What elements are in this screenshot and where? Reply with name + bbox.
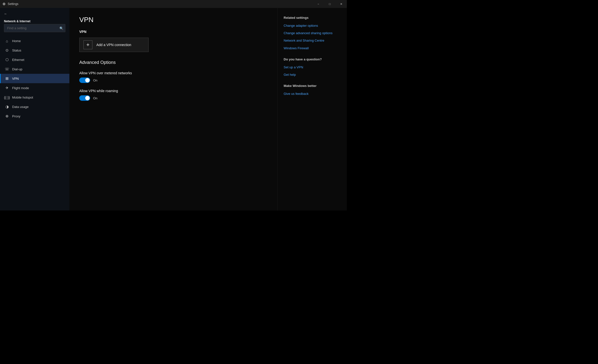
question-links-list: Set up a VPNGet help	[284, 65, 341, 77]
search-input[interactable]	[4, 24, 65, 32]
add-vpn-label: Add a VPN connection	[96, 43, 131, 47]
make-better-section: Make Windows better Give us feedback	[284, 84, 341, 96]
link-network-sharing[interactable]: Network and Sharing Centre	[284, 38, 341, 43]
sidebar-label-mobilehotspot: Mobile hotspot	[12, 96, 33, 99]
toggle-metered-container: On	[79, 78, 268, 83]
sidebar-item-flightmode[interactable]: ✈ Flight mode	[0, 83, 69, 93]
flightmode-icon: ✈	[5, 86, 9, 90]
dialup-icon: ☏	[5, 67, 9, 71]
link-change-adapter[interactable]: Change adapter options	[284, 24, 341, 28]
titlebar: ⚙ Settings − □ ✕	[0, 0, 347, 8]
sidebar-label-datausage: Data usage	[12, 105, 29, 109]
toggle-roaming-label: Allow VPN while roaming	[79, 89, 268, 93]
toggle-roaming[interactable]	[79, 95, 90, 101]
right-panel: Related settings Change adapter optionsC…	[277, 8, 347, 210]
vpn-section-title: VPN	[79, 30, 268, 34]
home-icon: ⌂	[5, 39, 9, 43]
main-content: VPN VPN + Add a VPN connection Advanced …	[69, 8, 277, 210]
search-box-container: 🔍	[4, 24, 65, 32]
toggle-metered-row: Allow VPN over metered networks On	[79, 71, 268, 83]
back-button[interactable]: ←	[0, 10, 69, 18]
toggle-roaming-container: On	[79, 95, 268, 101]
toggle-metered-label: Allow VPN over metered networks	[79, 71, 268, 75]
plus-icon: +	[83, 40, 92, 49]
link-get-help[interactable]: Get help	[284, 73, 341, 77]
add-vpn-button[interactable]: + Add a VPN connection	[79, 38, 149, 52]
sidebar-item-mobilehotspot[interactable]: ((·)) Mobile hotspot	[0, 93, 69, 102]
mobilehotspot-icon: ((·))	[5, 95, 9, 100]
titlebar-left: ⚙ Settings	[2, 2, 18, 6]
back-icon: ←	[4, 12, 7, 16]
link-give-feedback[interactable]: Give us feedback	[284, 92, 341, 96]
sidebar-label-vpn: VPN	[12, 77, 19, 80]
titlebar-title: Settings	[8, 2, 18, 6]
question-section: Do you have a question? Set up a VPNGet …	[284, 57, 341, 77]
close-button[interactable]: ✕	[335, 0, 347, 8]
sidebar-item-dialup[interactable]: ☏ Dial-up	[0, 64, 69, 74]
sidebar-item-vpn[interactable]: ⊞ VPN	[0, 74, 69, 83]
app-layout: ← Network & Internet 🔍 ⌂ Home ⊙ Status ⬡…	[0, 8, 347, 210]
sidebar-label-ethernet: Ethernet	[12, 58, 24, 62]
link-change-advanced[interactable]: Change advanced sharing options	[284, 31, 341, 35]
maximize-button[interactable]: □	[324, 0, 335, 8]
link-setup-vpn[interactable]: Set up a VPN	[284, 65, 341, 70]
sidebar-label-proxy: Proxy	[12, 114, 20, 118]
sidebar-item-status[interactable]: ⊙ Status	[0, 46, 69, 55]
sidebar-item-ethernet[interactable]: ⬡ Ethernet	[0, 55, 69, 64]
section-label: Network & Internet	[0, 18, 69, 24]
nav-list: ⌂ Home ⊙ Status ⬡ Ethernet ☏ Dial-up ⊞ V…	[0, 36, 69, 121]
search-icon[interactable]: 🔍	[59, 26, 63, 30]
sidebar-item-datausage[interactable]: ◑ Data usage	[0, 102, 69, 111]
advanced-options-title: Advanced Options	[79, 60, 268, 65]
toggle-metered-state: On	[93, 78, 97, 82]
minimize-button[interactable]: −	[313, 0, 324, 8]
proxy-icon: ⊕	[5, 114, 9, 118]
status-icon: ⊙	[5, 48, 9, 52]
sidebar: ← Network & Internet 🔍 ⌂ Home ⊙ Status ⬡…	[0, 8, 69, 210]
sidebar-label-dialup: Dial-up	[12, 67, 22, 71]
sidebar-label-flightmode: Flight mode	[12, 86, 29, 90]
make-better-title: Make Windows better	[284, 84, 341, 88]
toggle-roaming-state: On	[93, 96, 97, 100]
make-better-links-list: Give us feedback	[284, 92, 341, 96]
titlebar-controls: − □ ✕	[313, 0, 347, 8]
related-settings-title: Related settings	[284, 16, 341, 20]
sidebar-item-home[interactable]: ⌂ Home	[0, 36, 69, 46]
datausage-icon: ◑	[5, 104, 9, 109]
toggle-metered[interactable]	[79, 78, 90, 83]
vpn-icon: ⊞	[5, 76, 9, 81]
link-windows-firewall[interactable]: Windows Firewall	[284, 46, 341, 51]
ethernet-icon: ⬡	[5, 57, 9, 62]
toggle-roaming-row: Allow VPN while roaming On	[79, 89, 268, 101]
sidebar-item-proxy[interactable]: ⊕ Proxy	[0, 111, 69, 121]
related-links-list: Change adapter optionsChange advanced sh…	[284, 24, 341, 51]
sidebar-label-home: Home	[12, 39, 21, 43]
sidebar-label-status: Status	[12, 49, 21, 52]
question-title: Do you have a question?	[284, 57, 341, 61]
titlebar-icon: ⚙	[2, 2, 6, 6]
page-title: VPN	[79, 16, 268, 24]
